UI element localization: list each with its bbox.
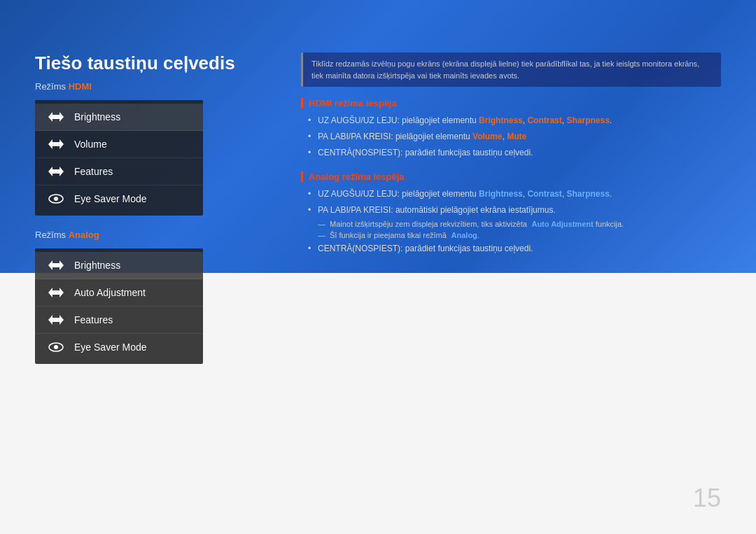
hdmi-highlight-sharpness: Sharpness bbox=[566, 115, 609, 125]
analog-sub-note-1: Mainot izšķirtspēju zem displeja rekvizī… bbox=[318, 220, 721, 228]
analog-highlight-contrast: Contrast bbox=[527, 189, 561, 199]
hdmi-menu: Brightness Volume Features bbox=[35, 100, 203, 216]
hdmi-highlight-volume: Volume bbox=[472, 132, 502, 141]
analog-auto-adj-highlight: Auto Adjustment bbox=[530, 220, 594, 228]
hdmi-section-title: HDMI režīma iespēja bbox=[301, 98, 721, 108]
analog-bullet-list: UZ AUGŠU/UZ LEJU: pielāgojiet elementu B… bbox=[301, 188, 721, 256]
hdmi-highlight-mute: Mute bbox=[507, 132, 526, 141]
analog-mode-highlight: Analog bbox=[449, 231, 477, 239]
hdmi-features-label: Features bbox=[74, 166, 113, 177]
hdmi-bullet-list: UZ AUGŠU/UZ LEJU: pielāgojiet elementu B… bbox=[301, 114, 721, 160]
hdmi-mode-label: Režīms HDMI bbox=[35, 81, 252, 92]
hdmi-menu-item-eyesaver[interactable]: Eye Saver Mode bbox=[35, 185, 203, 212]
hdmi-mode-name: HDMI bbox=[69, 81, 92, 92]
analog-sub-note-2: Šī funkcija ir pieejama tikai režīmā Ana… bbox=[318, 231, 721, 239]
analog-menu-item-eyesaver[interactable]: Eye Saver Mode bbox=[35, 334, 203, 360]
hdmi-menu-item-volume[interactable]: Volume bbox=[35, 131, 203, 158]
page-number: 15 bbox=[693, 484, 721, 513]
analog-section-title: Analog režīma iespēja bbox=[301, 171, 721, 182]
arrows-icon-2 bbox=[46, 138, 66, 150]
arrows-icon-3 bbox=[46, 165, 66, 178]
note-box: Tiklīdz redzamās izvēlņu pogu ekrāns (ek… bbox=[301, 52, 721, 87]
hdmi-eyesaver-label: Eye Saver Mode bbox=[74, 193, 147, 204]
hdmi-volume-label: Volume bbox=[74, 139, 107, 150]
hdmi-menu-item-features[interactable]: Features bbox=[35, 158, 203, 185]
analog-bullet-3: CENTRĀ(NOSPIEST): parādiet funkcijas tau… bbox=[308, 242, 721, 255]
arrows-icon-5 bbox=[46, 286, 66, 299]
analog-mode-name: Analog bbox=[69, 230, 99, 240]
analog-menu-item-autoadjust[interactable]: Auto Adjustment bbox=[35, 279, 203, 307]
hdmi-bullet-1: UZ AUGŠU/UZ LEJU: pielāgojiet elementu B… bbox=[308, 114, 721, 127]
analog-highlight-sharpness: Sharpness bbox=[566, 189, 609, 199]
note-text: Tiklīdz redzamās izvēlņu pogu ekrāns (ek… bbox=[312, 58, 713, 81]
svg-marker-6 bbox=[48, 288, 64, 297]
analog-bullet-2: PA LABI/PA KREISI: automātiski pielāgoji… bbox=[308, 204, 721, 217]
page-title: Tiešo taustiņu ceļvedis bbox=[35, 52, 252, 74]
hdmi-highlight-contrast: Contrast bbox=[527, 115, 561, 125]
hdmi-brightness-label: Brightness bbox=[74, 111, 120, 122]
analog-menu-item-features[interactable]: Features bbox=[35, 307, 203, 334]
svg-point-9 bbox=[54, 345, 58, 349]
svg-marker-7 bbox=[48, 315, 64, 325]
svg-marker-2 bbox=[48, 167, 64, 176]
analog-brightness-label: Brightness bbox=[74, 260, 120, 271]
left-section: Tiešo taustiņu ceļvedis Režīms HDMI Brig… bbox=[35, 52, 252, 367]
analog-autoadjust-label: Auto Adjustment bbox=[74, 287, 146, 298]
svg-marker-5 bbox=[48, 260, 64, 270]
svg-point-4 bbox=[54, 197, 58, 201]
svg-marker-0 bbox=[48, 112, 64, 122]
analog-bullet-1: UZ AUGŠU/UZ LEJU: pielāgojiet elementu B… bbox=[308, 188, 721, 201]
eye-icon-1 bbox=[46, 192, 66, 205]
hdmi-bullet-3: CENTRĀ(NOSPIEST): parādiet funkcijas tau… bbox=[308, 146, 721, 160]
hdmi-bullet-2: PA LABI/PA KREISI: pielāgojiet elementu … bbox=[308, 130, 721, 143]
svg-marker-1 bbox=[48, 139, 64, 149]
arrows-icon-4 bbox=[46, 259, 66, 272]
analog-features-label: Features bbox=[74, 314, 113, 325]
analog-menu-item-brightness[interactable]: Brightness bbox=[35, 252, 203, 279]
hdmi-highlight-brightness: Brightness bbox=[479, 115, 523, 125]
arrows-icon-1 bbox=[46, 111, 66, 123]
analog-highlight-brightness: Brightness bbox=[479, 189, 523, 199]
hdmi-menu-item-brightness[interactable]: Brightness bbox=[35, 104, 203, 131]
analog-menu: Brightness Auto Adjustment Features bbox=[35, 248, 203, 364]
analog-mode-label: Režīms Analog bbox=[35, 230, 252, 240]
right-section: Tiklīdz redzamās izvēlņu pogu ekrāns (ek… bbox=[301, 52, 721, 267]
analog-eyesaver-label: Eye Saver Mode bbox=[74, 342, 147, 353]
eye-icon-2 bbox=[46, 341, 66, 353]
arrows-icon-6 bbox=[46, 314, 66, 326]
